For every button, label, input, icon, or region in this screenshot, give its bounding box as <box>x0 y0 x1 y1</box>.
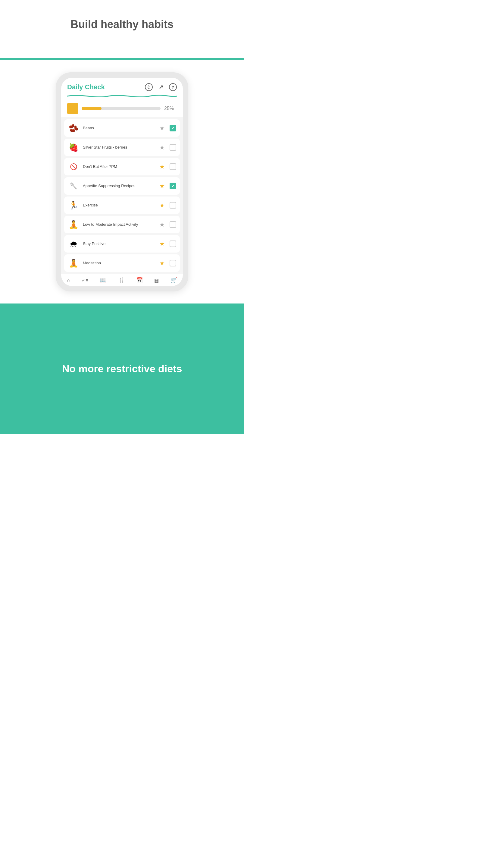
nav-cart[interactable]: 🛒 <box>170 277 177 284</box>
habit-checkbox-appetite[interactable]: ✓ <box>170 183 176 189</box>
app-title: Daily Check <box>67 83 105 91</box>
history-icon[interactable]: ⏱ <box>145 83 153 91</box>
habit-item-fruits: 🍓 Silver Star Fruits - berries ★ <box>64 138 180 156</box>
nav-checklist[interactable]: ✓≡ <box>82 278 88 283</box>
app-header: Daily Check ⏱ ↗ ? <box>61 78 183 99</box>
habit-icon-fruits: 🍓 <box>68 142 79 153</box>
habit-icon-no-eat: 🚫 <box>68 161 79 173</box>
habit-icon-exercise: 🏃 <box>68 199 79 211</box>
nav-food[interactable]: 🍴 <box>118 277 125 284</box>
top-section: Build healthy habits <box>0 0 244 52</box>
habit-name-no-eat: Don't Eat After 7PM <box>83 164 156 169</box>
habit-star-no-eat[interactable]: ★ <box>159 163 165 170</box>
wave-decoration <box>67 93 177 99</box>
habit-star-meditation[interactable]: ★ <box>159 259 165 267</box>
habit-icon-beans: 🫘 <box>68 122 79 134</box>
habit-name-meditation: Meditation <box>83 261 156 266</box>
habit-icon-appetite: 🥄 <box>68 180 79 192</box>
header-icons: ⏱ ↗ ? <box>145 83 177 91</box>
habit-star-appetite[interactable]: ★ <box>159 182 165 190</box>
bottom-nav: ⌂ ✓≡ 📖 🍴 📅 ▦ 🛒 <box>61 274 183 286</box>
bottom-section: No more restrictive diets <box>0 304 244 434</box>
main-title: Build healthy habits <box>70 18 173 31</box>
habit-item-no-eat: 🚫 Don't Eat After 7PM ★ <box>64 158 180 176</box>
green-divider-bar <box>0 58 244 60</box>
habit-item-exercise: 🏃 Exercise ★ <box>64 196 180 214</box>
progress-bar-background <box>82 107 161 110</box>
habit-name-low-activity: Low to Moderate Impact Activity <box>83 222 156 227</box>
habit-icon-meditation: 🧘 <box>68 257 79 269</box>
phone-outer-frame: Daily Check ⏱ ↗ ? <box>56 72 188 291</box>
habit-item-stay-positive: 🌧 Stay Positive ★ <box>64 235 180 253</box>
habit-checkbox-fruits[interactable] <box>170 144 176 151</box>
nav-book[interactable]: 📖 <box>100 277 106 284</box>
habit-checkbox-stay-positive[interactable] <box>170 241 176 247</box>
habit-star-fruits[interactable]: ★ <box>159 144 165 151</box>
habit-checkbox-meditation[interactable] <box>170 260 176 267</box>
habit-star-stay-positive[interactable]: ★ <box>159 240 165 247</box>
progress-bar-fill <box>82 107 101 110</box>
habit-checkbox-low-activity[interactable] <box>170 221 176 228</box>
phone-inner-screen: Daily Check ⏱ ↗ ? <box>61 78 183 286</box>
habit-name-fruits: Silver Star Fruits - berries <box>83 145 156 150</box>
progress-percent: 25% <box>164 106 177 111</box>
habit-star-beans[interactable]: ★ <box>159 124 165 132</box>
habit-name-appetite: Appetite Suppressing Recipes <box>83 184 156 189</box>
nav-barcode[interactable]: ▦ <box>154 278 159 283</box>
help-icon[interactable]: ? <box>169 83 177 91</box>
habit-name-beans: Beans <box>83 126 156 131</box>
habit-item-appetite: 🥄 Appetite Suppressing Recipes ★ ✓ <box>64 177 180 195</box>
habit-icon-low-activity: 🧘 <box>68 219 79 230</box>
habit-list: 🫘 Beans ★ ✓ 🍓 Silver Star Fruits - berri… <box>61 117 183 272</box>
phone-frame-wrapper: Daily Check ⏱ ↗ ? <box>0 60 244 304</box>
habit-star-exercise[interactable]: ★ <box>159 202 165 209</box>
habit-item-beans: 🫘 Beans ★ ✓ <box>64 119 180 137</box>
progress-area: 25% <box>61 99 183 117</box>
habit-checkbox-exercise[interactable] <box>170 202 176 209</box>
progress-icon <box>67 103 78 114</box>
checkmark-appetite: ✓ <box>171 184 175 188</box>
habit-item-low-activity: 🧘 Low to Moderate Impact Activity ★ <box>64 216 180 233</box>
habit-checkbox-no-eat[interactable] <box>170 163 176 170</box>
habit-icon-stay-positive: 🌧 <box>68 238 79 250</box>
bottom-title: No more restrictive diets <box>62 363 182 375</box>
habit-checkbox-beans[interactable]: ✓ <box>170 125 176 131</box>
habit-name-stay-positive: Stay Positive <box>83 241 156 247</box>
habit-item-meditation: 🧘 Meditation ★ <box>64 254 180 272</box>
nav-home[interactable]: ⌂ <box>67 277 70 284</box>
app-title-row: Daily Check ⏱ ↗ ? <box>67 83 177 91</box>
trend-icon[interactable]: ↗ <box>157 83 165 91</box>
nav-calendar[interactable]: 📅 <box>136 277 143 284</box>
checkmark-beans: ✓ <box>171 126 175 130</box>
habit-name-exercise: Exercise <box>83 203 156 208</box>
habit-star-low-activity[interactable]: ★ <box>159 221 165 228</box>
